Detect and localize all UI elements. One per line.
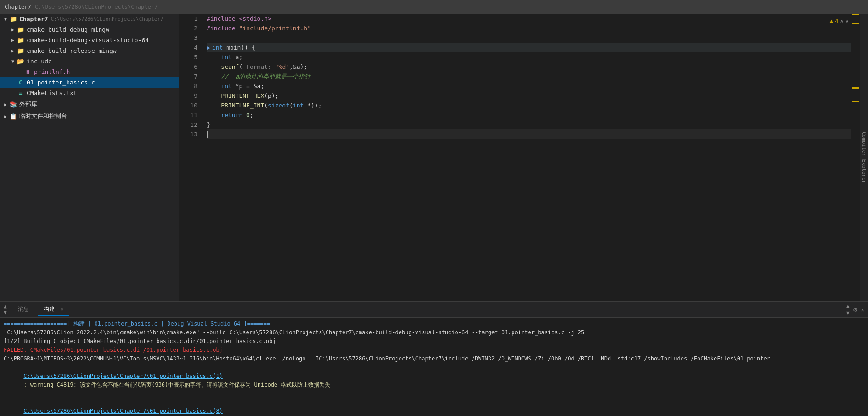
build-line-4: FAILED: CMakeFiles/01.pointer_basics.c.d… [4, 346, 864, 354]
title-text: Chapter7 [5, 4, 31, 10]
line-numbers: 1 2 3 4 5 6 7 8 9 10 11 12 13 [179, 14, 202, 301]
build-line-5: C:\PROGRA~1\MICROS~3\2022\COMMUN~1\VC\To… [4, 354, 864, 363]
folder-icon-include: 📂 [17, 58, 25, 65]
run-arrow-icon: ▶ [207, 43, 210, 52]
title-path: C:\Users\57286\CLionProjects\Chapter7 [35, 4, 158, 10]
code-token: a; [232, 52, 242, 62]
settings-icon[interactable]: ⚙ [853, 306, 857, 313]
sidebar-label-cmakelists: CMakeLists.txt [27, 90, 77, 96]
bottom-tab-right-actions: ▲ ▼ ⚙ ✕ [846, 303, 864, 316]
tab-build[interactable]: 构建 ✕ [38, 304, 69, 316]
compiler-explorer-panel[interactable]: Compiler Explorer [860, 14, 868, 301]
code-token: int [221, 81, 231, 91]
bottom-panel: ▲ ▼ 消息 构建 ✕ ▲ ▼ ⚙ ✕ ===================[… [0, 301, 868, 416]
code-token [207, 101, 221, 110]
tab-messages[interactable]: 消息 [12, 304, 34, 316]
sidebar-item-root[interactable]: ▼ 📁 Chapter7 C:\Users\57286\CLionProject… [0, 14, 179, 24]
sidebar-item-printlnf-h[interactable]: H printlnf.h [0, 67, 179, 77]
sidebar-label-cmake-debug-mingw: cmake-build-debug-mingw [27, 26, 109, 33]
build-link-1[interactable]: C:\Users\57286\CLionProjects\Chapter7\01… [23, 373, 222, 379]
up-icon[interactable]: ▲ [4, 304, 7, 309]
chevron-include: ▼ [9, 59, 17, 64]
text-cursor [207, 131, 208, 138]
build-link-2[interactable]: C:\Users\57286\CLionProjects\Chapter7\01… [23, 408, 222, 414]
file-icon-pointer-basics-c: C [17, 79, 25, 86]
sidebar-label-pointer-basics-c: 01.pointer_basics.c [27, 79, 95, 86]
warning-indicators[interactable]: ▲ 4 ∧ ∨ [829, 17, 849, 24]
bottom-tabs: ▲ ▼ 消息 构建 ✕ ▲ ▼ ⚙ ✕ [0, 302, 868, 318]
scroll-top-icon[interactable]: ▲ [846, 303, 850, 309]
folder-icon-root: 📁 [9, 16, 17, 22]
code-line-6: scanf ( Format: "%d" ,&a); [207, 62, 851, 72]
code-token: ,&a); [289, 62, 307, 72]
code-token: scanf [221, 62, 239, 72]
sidebar-item-cmake-release-mingw[interactable]: ▶ 📁 cmake-build-release-mingw [0, 45, 179, 56]
line-num-12: 12 [179, 120, 202, 129]
warning-marker-1 [852, 14, 859, 15]
code-token [207, 81, 221, 91]
down-icon[interactable]: ▼ [4, 310, 7, 315]
line-num-11: 11 [179, 110, 202, 120]
warning-marker-3 [852, 87, 859, 89]
warning-up-icon[interactable]: ∧ [840, 18, 844, 24]
code-token [207, 62, 221, 72]
sidebar-item-include[interactable]: ▼ 📂 include [0, 56, 179, 67]
code-token: #include <stdio.h> [207, 14, 271, 23]
line-num-2: 2 [179, 23, 202, 33]
code-line-1: #include <stdio.h> [207, 14, 851, 23]
sidebar-item-pointer-basics-c[interactable]: C 01.pointer_basics.c [0, 77, 179, 88]
line-num-3: 3 [179, 33, 202, 43]
code-token: *)); [304, 101, 321, 110]
tab-build-close[interactable]: ✕ [61, 306, 64, 312]
code-token: #include "include/printlnf.h" [207, 23, 311, 33]
line-num-5: 5 [179, 52, 202, 62]
code-token: int [293, 101, 304, 110]
line-num-10: 10 [179, 101, 202, 110]
warning-count: 4 [835, 18, 838, 24]
folder-icon-external-libs: 📚 [9, 101, 17, 108]
code-token: main() { [223, 43, 255, 52]
line-num-6: 6 [179, 62, 202, 72]
code-token: int [221, 52, 231, 62]
sidebar-item-cmake-debug-vs64[interactable]: ▶ 📁 cmake-build-debug-visual-studio-64 [0, 35, 179, 45]
build-line-3: [1/2] Building C object CMakeFiles/01.po… [4, 337, 864, 346]
scroll-bottom-icon[interactable]: ▼ [846, 310, 850, 316]
folder-icon-cmake-debug-mingw: 📁 [17, 26, 25, 33]
chevron-external-libs: ▶ [2, 102, 9, 107]
code-line-5: int a; [207, 52, 851, 62]
bottom-left-icons: ▲ ▼ [4, 304, 7, 315]
build-line-1: ===================[ 构建 | 01.pointer_bas… [4, 320, 864, 328]
code-line-8: int *p = &a; [207, 81, 851, 91]
code-line-13 [207, 129, 851, 139]
code-line-12: } [207, 120, 851, 129]
line-num-4: 4 [179, 43, 202, 52]
sidebar-label-external-libs: 外部库 [19, 100, 37, 108]
sidebar-item-external-libs[interactable]: ▶ 📚 外部库 [0, 98, 179, 110]
sidebar-item-cmake-debug-mingw[interactable]: ▶ 📁 cmake-build-debug-mingw [0, 24, 179, 35]
title-bar: Chapter7 C:\Users\57286\CLionProjects\Ch… [0, 0, 868, 14]
sidebar-label-include: include [27, 58, 52, 65]
warning-down-icon[interactable]: ∨ [845, 18, 849, 24]
folder-icon-scratches: 📋 [9, 113, 17, 120]
sidebar-label-scratches: 临时文件和控制台 [19, 112, 67, 120]
close-panel-icon[interactable]: ✕ [861, 306, 864, 313]
build-line-2: "C:\Users\57286\CLion 2022.2.4\bin\cmake… [4, 328, 864, 337]
code-token: 0 [246, 110, 250, 120]
sidebar-item-scratches[interactable]: ▶ 📋 临时文件和控制台 [0, 110, 179, 122]
code-token: Format: [246, 62, 275, 72]
folder-icon-cmake-release-mingw: 📁 [17, 47, 25, 54]
code-line-7: // a的地址的类型就是一个指针 [207, 72, 851, 81]
line-num-7: 7 [179, 72, 202, 81]
code-token: "%d" [275, 62, 289, 72]
sidebar-label-cmake-debug-vs64: cmake-build-debug-visual-studio-64 [27, 37, 149, 44]
sidebar-item-cmakelists[interactable]: ≡ CMakeLists.txt [0, 88, 179, 98]
sidebar-label-root: Chapter7 [19, 16, 48, 22]
code-area[interactable]: #include <stdio.h> #include "include/pri… [202, 14, 851, 301]
chevron-root: ▼ [2, 17, 9, 22]
line-num-1: 1 [179, 14, 202, 23]
code-token: ( [264, 101, 268, 110]
tab-messages-label: 消息 [18, 306, 29, 312]
code-token [207, 91, 221, 101]
sidebar-label-cmake-release-mingw: cmake-build-release-mingw [27, 47, 117, 54]
code-token: // a的地址的类型就是一个指针 [207, 72, 310, 81]
